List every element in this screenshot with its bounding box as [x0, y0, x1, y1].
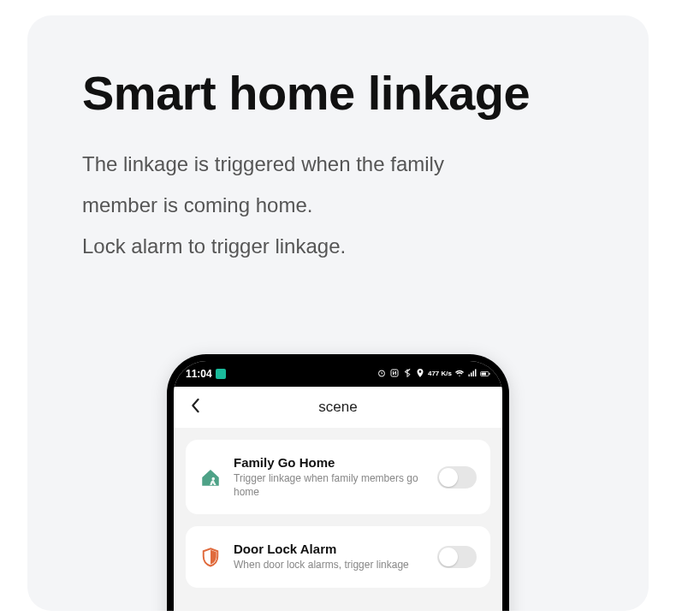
nfc-icon: [389, 368, 400, 380]
shield-icon: [199, 546, 222, 568]
app-header: scene: [174, 387, 502, 428]
scene-card-door-lock-alarm[interactable]: Door Lock Alarm When door lock alarms, t…: [186, 526, 490, 587]
desc-line-1: The linkage is triggered when the family: [82, 144, 594, 185]
desc-line-3: Lock alarm to trigger linkage.: [82, 226, 594, 267]
alarm-icon: [377, 368, 387, 380]
phone-frame: 11:04: [167, 354, 509, 611]
svg-rect-3: [482, 373, 487, 376]
top-red-banner: [0, 0, 676, 5]
scene-text: Door Lock Alarm When door lock alarms, t…: [234, 542, 425, 572]
scene-toggle[interactable]: [437, 546, 477, 568]
signal-icon: [467, 368, 477, 380]
svg-rect-4: [489, 373, 490, 376]
status-time: 11:04: [186, 368, 212, 380]
scene-text: Family Go Home Trigger linkage when fami…: [234, 455, 425, 499]
page-description: The linkage is triggered when the family…: [82, 144, 594, 267]
scene-card-family-go-home[interactable]: Family Go Home Trigger linkage when fami…: [186, 440, 490, 514]
location-icon: [415, 368, 425, 380]
desc-line-2: member is coming home.: [82, 185, 594, 226]
status-right: 477 K/s: [377, 368, 490, 380]
toggle-knob: [439, 548, 458, 566]
feature-card: Smart home linkage The linkage is trigge…: [27, 15, 649, 611]
battery-icon: [480, 369, 490, 379]
screen-title: scene: [174, 399, 502, 416]
scene-title: Door Lock Alarm: [234, 542, 425, 556]
scene-list: Family Go Home Trigger linkage when fami…: [174, 428, 502, 600]
scene-description: Trigger linkage when family members go h…: [234, 471, 425, 499]
scene-description: When door lock alarms, trigger linkage: [234, 558, 425, 572]
page-title: Smart home linkage: [82, 67, 594, 120]
toggle-knob: [439, 468, 458, 487]
chevron-left-icon: [189, 398, 201, 413]
network-speed: 477 K/s: [428, 370, 452, 377]
back-button[interactable]: [182, 393, 208, 423]
svg-point-5: [211, 477, 215, 481]
phone-mockup: 11:04: [167, 354, 509, 611]
scene-title: Family Go Home: [234, 455, 425, 470]
wifi-icon: [454, 368, 465, 380]
home-person-icon: [199, 466, 222, 489]
phone-screen: 11:04: [174, 361, 502, 611]
status-left: 11:04: [186, 368, 226, 380]
status-bar: 11:04: [174, 361, 502, 387]
bluetooth-icon: [402, 368, 412, 380]
status-app-badge-icon: [216, 369, 226, 379]
scene-toggle[interactable]: [437, 466, 477, 489]
